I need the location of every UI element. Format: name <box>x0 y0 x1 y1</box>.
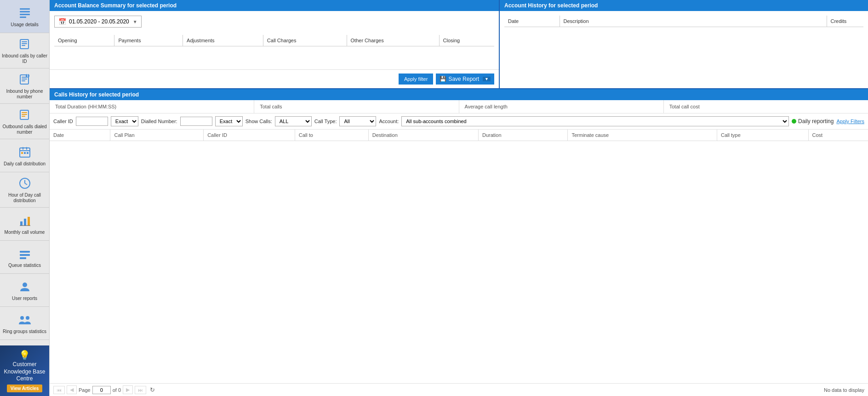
calendar-picker-icon: 📅 <box>58 18 66 25</box>
sidebar-item-daily-distribution-label: Daily call distribution <box>4 161 46 167</box>
sidebar-item-usage-details[interactable]: Usage details <box>0 0 49 33</box>
date-picker[interactable]: 📅 01.05.2020 - 20.05.2020 ▼ <box>54 16 142 28</box>
view-articles-button[interactable]: View Articles <box>7 385 43 392</box>
svg-rect-7 <box>22 45 25 46</box>
sidebar-item-hour-of-day[interactable]: Hour of Day call distribution <box>0 172 49 208</box>
stats-row: Total Duration (HH:MM:SS) Total calls Av… <box>50 100 868 113</box>
sidebar-item-monthly-volume[interactable]: Monthly call volume <box>0 208 49 241</box>
svg-rect-34 <box>20 257 26 259</box>
stat-total-duration: Total Duration (HH:MM:SS) <box>50 100 254 113</box>
refresh-icon[interactable]: ↻ <box>150 386 155 393</box>
apply-filter-button[interactable]: Apply filter <box>399 74 433 85</box>
balance-col-opening: Opening <box>54 35 114 46</box>
dialled-number-input[interactable] <box>180 117 212 126</box>
filters-row: Caller ID Exact Dialled Number: Exact Sh… <box>50 113 868 130</box>
sidebar-item-daily-distribution[interactable]: Daily call distribution <box>0 139 49 172</box>
account-balance-body: 📅 01.05.2020 - 20.05.2020 ▼ Opening Paym… <box>50 11 499 69</box>
svg-rect-33 <box>20 254 30 256</box>
first-page-button[interactable]: ⏮ <box>53 386 65 394</box>
calls-col-date: Date <box>50 130 110 141</box>
dialled-number-label: Dialled Number: <box>141 119 177 124</box>
svg-rect-0 <box>20 8 30 10</box>
calls-history-section: Calls History for selected period Total … <box>50 89 868 396</box>
bar-chart-icon <box>17 213 32 228</box>
save-report-button[interactable]: 💾 Save Report ▼ <box>436 74 494 85</box>
sidebar-item-queue-stats-label: Queue statistics <box>8 263 41 268</box>
sidebar-item-queue-stats[interactable]: Queue statistics <box>0 241 49 274</box>
save-report-dropdown-arrow[interactable]: ▼ <box>483 77 491 81</box>
calendar-icon <box>17 145 32 159</box>
history-col-date: Date <box>504 16 560 27</box>
balance-col-call-charges: Call Charges <box>263 35 347 46</box>
caller-id-label: Caller ID <box>53 119 73 124</box>
caller-id-match-select[interactable]: Exact <box>111 116 138 126</box>
page-label: Page <box>79 387 91 393</box>
account-history-header: Account History for selected period <box>500 0 868 11</box>
account-balance-header: Account Balance Summary for selected per… <box>50 0 499 11</box>
svg-rect-24 <box>27 152 29 154</box>
next-page-button[interactable]: ▶ <box>123 385 133 394</box>
balance-col-other-charges: Other Charges <box>347 35 439 46</box>
sidebar-item-hour-of-day-label: Hour of Day call distribution <box>2 192 47 204</box>
kb-title: Customer Knowledge Base Centre <box>4 361 46 383</box>
prev-page-button[interactable]: ◀ <box>67 385 77 394</box>
sidebar-item-inbound-caller-id[interactable]: Inbound calls by caller ID <box>0 33 49 68</box>
calls-col-cost: Cost <box>808 130 868 141</box>
calls-col-destination: Destination <box>368 130 478 141</box>
svg-rect-10 <box>22 79 27 79</box>
svg-point-37 <box>26 316 29 320</box>
sidebar-item-outbound-dialed[interactable]: Outbound calls dialed number <box>0 104 49 139</box>
svg-rect-1 <box>20 11 30 12</box>
sidebar-item-ring-groups-label: Ring groups statistics <box>3 329 46 334</box>
svg-line-27 <box>25 183 27 185</box>
sidebar-item-ring-groups[interactable]: Ring groups statistics <box>0 307 49 340</box>
svg-rect-30 <box>28 217 30 226</box>
daily-reporting-dot <box>792 119 796 124</box>
date-picker-arrow-icon: ▼ <box>133 19 137 24</box>
balance-data-row <box>54 46 494 65</box>
svg-rect-11 <box>22 80 25 81</box>
kb-banner[interactable]: 💡 Customer Knowledge Base Centre View Ar… <box>0 345 49 396</box>
account-history-body: Date Description Credits <box>500 11 868 87</box>
filter-actions: Apply filter 💾 Save Report ▼ <box>50 69 499 88</box>
svg-rect-3 <box>20 17 26 18</box>
last-page-button[interactable]: ⏭ <box>135 386 146 394</box>
svg-rect-16 <box>22 114 27 115</box>
clock-icon <box>17 176 32 191</box>
account-balance-panel: Account Balance Summary for selected per… <box>50 0 500 88</box>
history-col-description: Description <box>560 16 827 27</box>
calls-history-header: Calls History for selected period <box>50 89 868 100</box>
sidebar-item-user-reports-label: User reports <box>12 296 37 301</box>
sidebar-item-monthly-volume-label: Monthly call volume <box>5 230 45 235</box>
stat-total-calls: Total calls <box>254 100 459 113</box>
svg-rect-6 <box>22 43 27 44</box>
sidebar-item-user-reports[interactable]: User reports <box>0 274 49 307</box>
history-data-row <box>504 27 863 83</box>
calls-table: Date Call Plan Caller ID Call to Destina… <box>50 130 868 141</box>
pagination-row: ⏮ ◀ Page 0 of 0 ▶ ⏭ ↻ No data to display <box>50 383 868 396</box>
dialled-match-select[interactable]: Exact <box>215 116 243 126</box>
balance-table: Opening Payments Adjustments Call Charge… <box>54 35 494 65</box>
phone-in-2-icon: i <box>17 72 32 87</box>
balance-col-payments: Payments <box>114 35 183 46</box>
calls-col-call-plan: Call Plan <box>110 130 204 141</box>
of-label: of 0 <box>113 387 121 393</box>
user-icon <box>17 279 32 294</box>
calls-col-terminate-cause: Terminate cause <box>568 130 717 141</box>
list-icon <box>17 6 32 20</box>
sidebar-item-outbound-dialed-label: Outbound calls dialed number <box>2 124 47 135</box>
account-label: Account: <box>379 119 399 124</box>
queue-icon <box>17 246 32 261</box>
sidebar-item-inbound-phone-number[interactable]: i Inbound by phone number <box>0 68 49 104</box>
call-type-select[interactable]: All Internal External <box>339 116 376 126</box>
apply-filters-button[interactable]: Apply Filters <box>836 119 864 124</box>
svg-rect-29 <box>24 219 26 226</box>
account-select[interactable]: All sub-accounts combined <box>401 116 789 126</box>
sidebar: Usage details Inbound calls by caller ID… <box>0 0 50 396</box>
page-number-input[interactable]: 0 <box>92 386 111 394</box>
caller-id-input[interactable] <box>76 117 108 126</box>
svg-rect-17 <box>22 116 25 117</box>
svg-rect-23 <box>24 152 26 154</box>
show-calls-select[interactable]: ALL Inbound Outbound <box>275 116 312 126</box>
svg-rect-19 <box>20 150 30 151</box>
